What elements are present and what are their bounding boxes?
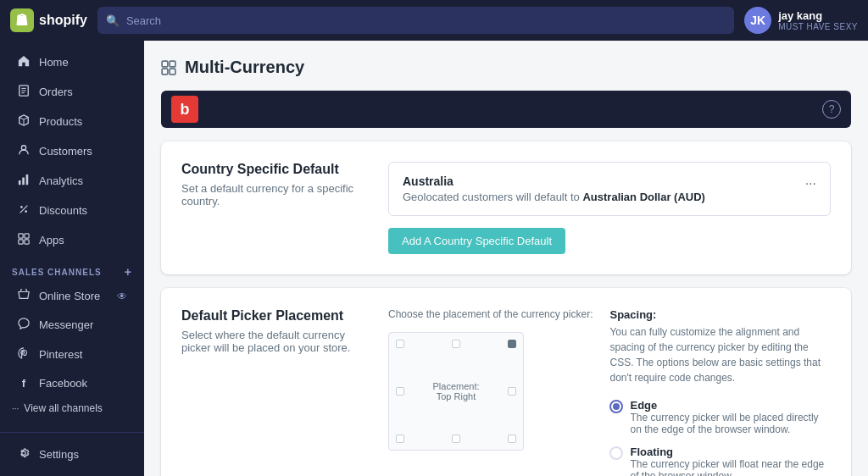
settings-icon: [17, 447, 31, 462]
radio-floating-title: Floating: [630, 446, 831, 458]
picker-col1: Choose the placement of the currency pic…: [388, 308, 593, 451]
top-nav: shopify 🔍 JK jay kang MUST HAVE SEXY: [0, 0, 868, 41]
radio-edge[interactable]: Edge The currency picker will be placed …: [609, 399, 831, 435]
svg-point-12: [25, 210, 27, 213]
user-tagline: MUST HAVE SEXY: [778, 22, 858, 31]
search-input[interactable]: [126, 14, 726, 27]
user-info: JK jay kang MUST HAVE SEXY: [744, 7, 858, 34]
shopify-logo: shopify: [10, 8, 87, 32]
picker-card-inner: Default Picker Placement Select where th…: [181, 308, 831, 476]
sidebar-item-apps[interactable]: Apps: [5, 226, 139, 254]
country-info: Australia Geolocated customers will defa…: [403, 174, 705, 203]
sidebar: Home Orders Products Customers Analytics: [0, 41, 144, 476]
sidebar-label-home: Home: [39, 56, 69, 69]
dot-bottom-left[interactable]: [396, 434, 404, 443]
sidebar-item-facebook[interactable]: f Facebook: [5, 370, 139, 396]
radio-floating[interactable]: Floating The currency picker will float …: [609, 446, 831, 476]
sidebar-label-facebook: Facebook: [39, 377, 87, 390]
svg-rect-19: [170, 61, 175, 67]
page-header: Multi-Currency: [161, 58, 851, 77]
radio-edge-title: Edge: [630, 399, 831, 412]
avatar: JK: [744, 7, 771, 34]
svg-rect-9: [22, 177, 25, 185]
orders-icon: [17, 85, 31, 99]
dot-mid-right[interactable]: [508, 387, 516, 396]
radio-floating-desc: The currency picker will float near the …: [630, 458, 831, 476]
radio-edge-desc: The currency picker will be placed direc…: [630, 412, 831, 435]
sidebar-item-analytics[interactable]: Analytics: [5, 167, 139, 195]
svg-rect-21: [170, 69, 175, 75]
sidebar-label-analytics: Analytics: [39, 174, 83, 187]
spacing-section: Spacing: You can fully customize the ali…: [609, 308, 831, 385]
chooser-label: Choose the placement of the currency pic…: [388, 308, 593, 320]
picker-placement-inner: Choose the placement of the currency pic…: [388, 308, 831, 476]
customers-icon: [17, 144, 31, 158]
sidebar-item-products[interactable]: Products: [5, 108, 139, 136]
sidebar-label-orders: Orders: [39, 86, 73, 98]
app-help-button[interactable]: ?: [822, 100, 841, 119]
dot-top-center[interactable]: [452, 340, 460, 348]
dot-bottom-right[interactable]: [508, 434, 516, 443]
sidebar-item-settings[interactable]: Settings: [5, 440, 139, 468]
dot-top-right[interactable]: [508, 340, 516, 348]
sidebar-item-home[interactable]: Home: [5, 48, 139, 76]
svg-point-11: [20, 206, 23, 208]
page-title: Multi-Currency: [185, 58, 304, 77]
sidebar-item-online-store[interactable]: Online Store 👁: [5, 283, 139, 309]
svg-rect-20: [162, 69, 168, 75]
pinterest-icon: [17, 347, 31, 362]
svg-rect-16: [19, 240, 23, 244]
page-header-icon: [161, 60, 176, 75]
dot-bottom-center[interactable]: [452, 434, 460, 443]
sidebar-label-settings: Settings: [39, 448, 79, 461]
svg-line-5: [19, 118, 24, 120]
picker-card-right: Choose the placement of the currency pic…: [388, 308, 831, 476]
add-country-default-button[interactable]: Add A Country Specific Default: [388, 228, 565, 254]
svg-rect-15: [25, 234, 29, 238]
sales-channels-title: SALES CHANNELS: [12, 268, 102, 277]
brand-name: shopify: [39, 13, 87, 28]
analytics-icon: [17, 174, 31, 188]
products-icon: [17, 114, 31, 129]
radio-edge-label: Edge The currency picker will be placed …: [630, 399, 831, 435]
sidebar-label-pinterest: Pinterest: [39, 348, 82, 361]
add-sales-channel-icon[interactable]: +: [125, 265, 132, 279]
dot-top-left[interactable]: [396, 340, 404, 348]
search-bar[interactable]: 🔍: [97, 7, 734, 34]
sidebar-label-apps: Apps: [39, 234, 64, 246]
country-row: Australia Geolocated customers will defa…: [388, 162, 831, 216]
sidebar-item-pinterest[interactable]: Pinterest: [5, 340, 139, 368]
app-logo: b: [171, 96, 198, 123]
dot-mid-left[interactable]: [396, 387, 404, 396]
spacing-desc: You can fully customize the alignment an…: [609, 324, 831, 385]
picker-placement-card: Default Picker Placement Select where th…: [161, 288, 851, 476]
card-right: Australia Geolocated customers will defa…: [388, 162, 831, 254]
card-inner: Country Specific Default Set a default c…: [181, 162, 831, 254]
app-banner: b ?: [161, 91, 851, 128]
view-all-channels[interactable]: ··· View all channels: [0, 397, 144, 419]
svg-rect-8: [19, 180, 21, 185]
radio-edge-input[interactable]: [609, 400, 623, 413]
sidebar-item-customers[interactable]: Customers: [5, 137, 139, 165]
radio-floating-label: Floating The currency picker will float …: [630, 446, 831, 476]
svg-rect-10: [26, 174, 29, 185]
more-options-icon[interactable]: ···: [805, 176, 816, 191]
ellipsis-icon: ···: [12, 404, 19, 413]
messenger-icon: [17, 318, 31, 332]
picker-title: Default Picker Placement: [181, 308, 368, 324]
picker-col2: Spacing: You can fully customize the ali…: [609, 308, 831, 476]
sidebar-item-messenger[interactable]: Messenger: [5, 311, 139, 339]
card-left: Country Specific Default Set a default c…: [181, 162, 368, 254]
picker-card-left: Default Picker Placement Select where th…: [181, 308, 368, 476]
picker-area[interactable]: Placement: Top Right: [388, 332, 524, 451]
facebook-icon: f: [17, 377, 31, 390]
svg-rect-17: [25, 240, 29, 244]
sidebar-item-discounts[interactable]: Discounts: [5, 196, 139, 224]
search-icon: 🔍: [106, 14, 120, 27]
svg-point-7: [21, 146, 25, 150]
country-default-card: Country Specific Default Set a default c…: [161, 141, 851, 274]
radio-floating-input[interactable]: [609, 446, 623, 460]
sales-channels-section: SALES CHANNELS +: [0, 255, 144, 282]
sidebar-item-orders[interactable]: Orders: [5, 78, 139, 106]
placement-label: Placement: Top Right: [432, 381, 479, 401]
